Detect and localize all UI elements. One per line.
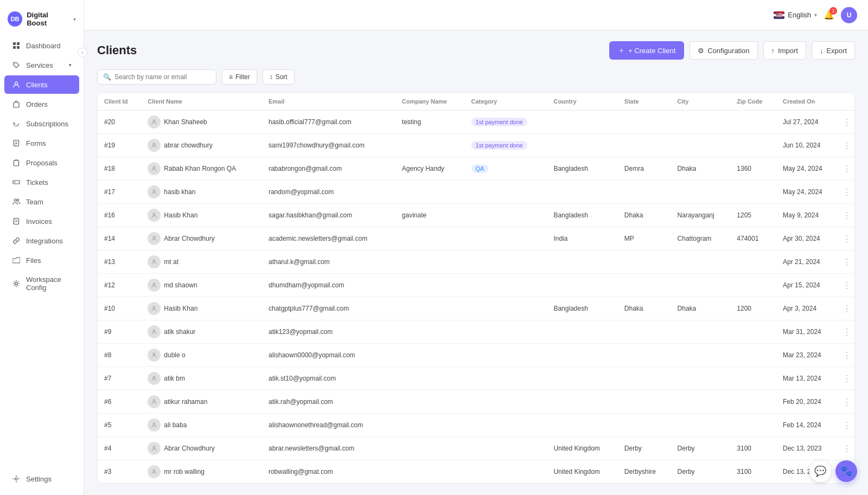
cell-company: testing — [395, 111, 465, 134]
sidebar-item-tickets[interactable]: Tickets — [4, 173, 79, 191]
export-icon: ↓ — [820, 47, 824, 55]
sidebar-item-files[interactable]: Files — [4, 251, 79, 269]
table-row[interactable]: #8 duble o alishaown0000@yopmail.com Mar… — [98, 344, 854, 367]
user-avatar[interactable]: U — [841, 7, 857, 23]
row-menu-button[interactable]: ⋮ — [839, 250, 854, 274]
svg-point-19 — [15, 282, 17, 285]
table-row[interactable]: #18 Rabab Khan Rongon QA rababrongon@gma… — [98, 157, 854, 181]
sidebar-item-team[interactable]: Team — [4, 192, 79, 211]
table-row[interactable]: #3 mr rob walling robwalling@gmat.com Un… — [98, 460, 854, 484]
sidebar-item-settings[interactable]: Settings — [4, 470, 79, 488]
table-row[interactable]: #13 mt at atharul.k@gmail.com Apr 21, 20… — [98, 250, 854, 274]
table-row[interactable]: #9 atik shakur atik123@yopmail.com Mar 3… — [98, 320, 854, 344]
client-avatar — [148, 209, 161, 222]
search-icon: 🔍 — [103, 73, 111, 81]
cell-country: Bangladesh — [547, 204, 617, 227]
create-client-button[interactable]: ＋ + Create Client — [609, 41, 684, 60]
row-menu-button[interactable]: ⋮ — [839, 414, 854, 437]
table-row[interactable]: #17 hasib khan random@yopmail.com May 24… — [98, 181, 854, 204]
table-row[interactable]: #12 md shaown dhumdham@yopmail.com Apr 1… — [98, 274, 854, 297]
row-menu-button[interactable]: ⋮ — [839, 111, 854, 134]
row-menu-button[interactable]: ⋮ — [839, 390, 854, 414]
cell-email: atik.st10@yopmail.com — [262, 367, 395, 390]
table-row[interactable]: #4 Abrar Chowdhury abrar.newsletters@gma… — [98, 437, 854, 460]
row-menu-button[interactable]: ⋮ — [839, 367, 854, 390]
chat-widget-secondary[interactable]: 💬 — [809, 460, 831, 482]
sidebar-item-clients[interactable]: Clients — [4, 75, 79, 94]
svg-point-27 — [153, 260, 155, 262]
row-menu-button[interactable]: ⋮ — [839, 181, 854, 204]
row-menu-button[interactable]: ⋮ — [839, 157, 854, 181]
cell-client-id: #13 — [98, 250, 141, 274]
table-row[interactable]: #14 Abrar Chowdhury academic.newsletters… — [98, 227, 854, 250]
category-badge: 1st payment done — [471, 141, 527, 150]
export-button[interactable]: ↓ Export — [812, 41, 855, 60]
cell-category — [465, 204, 547, 227]
row-menu-button[interactable]: ⋮ — [839, 344, 854, 367]
export-label: Export — [826, 47, 847, 55]
sidebar-item-invoices[interactable]: Invoices — [4, 212, 79, 230]
client-avatar — [148, 442, 161, 455]
svg-point-35 — [153, 446, 155, 448]
sidebar-logo[interactable]: DB Digital Boost ▾ — [0, 7, 84, 36]
sidebar-item-dashboard[interactable]: Dashboard — [4, 36, 79, 55]
cell-created: Jun 10, 2024 — [776, 134, 839, 157]
cell-category: 1st payment done — [465, 111, 547, 134]
cell-category — [465, 344, 547, 367]
cell-client-id: #18 — [98, 157, 141, 181]
cell-client-id: #9 — [98, 320, 141, 344]
cell-client-name: Hasib Khan — [141, 204, 262, 227]
sidebar-item-orders-label: Orders — [26, 100, 48, 108]
cell-city: Chattogram — [671, 227, 731, 250]
search-input[interactable] — [114, 73, 210, 81]
sidebar-item-subscriptions[interactable]: Subscriptions — [4, 114, 79, 133]
cell-country: Bangladesh — [547, 157, 617, 181]
cell-client-id: #20 — [98, 111, 141, 134]
sidebar-item-orders[interactable]: Orders — [4, 95, 79, 113]
language-selector[interactable]: 🇺🇸 English ▾ — [774, 11, 817, 19]
table-row[interactable]: #6 atikur rahaman atik.rah@yopmail.com F… — [98, 390, 854, 414]
client-avatar — [148, 395, 161, 408]
clipboard-icon — [12, 158, 21, 167]
table-row[interactable]: #7 atik bm atik.st10@yopmail.com Mar 13,… — [98, 367, 854, 390]
cell-client-name: Hasib Khan — [141, 297, 262, 320]
config-icon: ⚙ — [698, 47, 704, 55]
search-box[interactable]: 🔍 — [97, 69, 216, 85]
cell-zip: 1205 — [730, 204, 776, 227]
notification-button[interactable]: 🔔 1 — [824, 10, 834, 20]
table-row[interactable]: #20 Khan Shaheeb hasib.official777@gmail… — [98, 111, 854, 134]
row-menu-button[interactable]: ⋮ — [839, 274, 854, 297]
cell-client-id: #12 — [98, 274, 141, 297]
cell-company: gavinate — [395, 204, 465, 227]
sort-button[interactable]: ↕ Sort — [263, 69, 295, 85]
table-row[interactable]: #5 ali baba alishaownonethread@gmail.com… — [98, 414, 854, 437]
sidebar-collapse-button[interactable]: ‹ — [78, 48, 87, 57]
table-row[interactable]: #19 abrar chowdhury sami1997chowdhury@gm… — [98, 134, 854, 157]
row-menu-button[interactable]: ⋮ — [839, 320, 854, 344]
row-menu-button[interactable]: ⋮ — [839, 297, 854, 320]
tag-icon — [12, 61, 21, 69]
clients-table: Client Id Client Name Email Company Name… — [98, 93, 854, 483]
cell-category — [465, 460, 547, 484]
plus-icon: ＋ — [618, 46, 625, 55]
sidebar-item-proposals-label: Proposals — [26, 159, 58, 167]
table-row[interactable]: #16 Hasib Khan sagar.hasibkhan@gmail.com… — [98, 204, 854, 227]
sidebar-item-integrations[interactable]: Integrations — [4, 232, 79, 250]
import-button[interactable]: ↑ Import — [763, 41, 806, 60]
configuration-button[interactable]: ⚙ Configuration — [690, 41, 757, 60]
sidebar-item-workspace-config[interactable]: Workspace Config — [4, 271, 79, 297]
sidebar-item-forms[interactable]: Forms — [4, 134, 79, 152]
row-menu-button[interactable]: ⋮ — [839, 437, 854, 460]
row-menu-button[interactable]: ⋮ — [839, 134, 854, 157]
table-row[interactable]: #10 Hasib Khan chatgptplus777@gmail.com … — [98, 297, 854, 320]
row-menu-button[interactable]: ⋮ — [839, 227, 854, 250]
filter-button[interactable]: ≡ Filter — [222, 69, 257, 85]
cell-client-name: md shaown — [141, 274, 262, 297]
sidebar-item-services[interactable]: Services ▾ — [4, 56, 79, 74]
category-badge: QA — [471, 164, 489, 173]
row-menu-button[interactable]: ⋮ — [839, 204, 854, 227]
sidebar-item-proposals[interactable]: Proposals — [4, 153, 79, 172]
sidebar-item-files-label: Files — [26, 256, 41, 265]
chat-widget-primary[interactable]: 🐾 — [835, 460, 857, 482]
cell-state — [618, 344, 671, 367]
